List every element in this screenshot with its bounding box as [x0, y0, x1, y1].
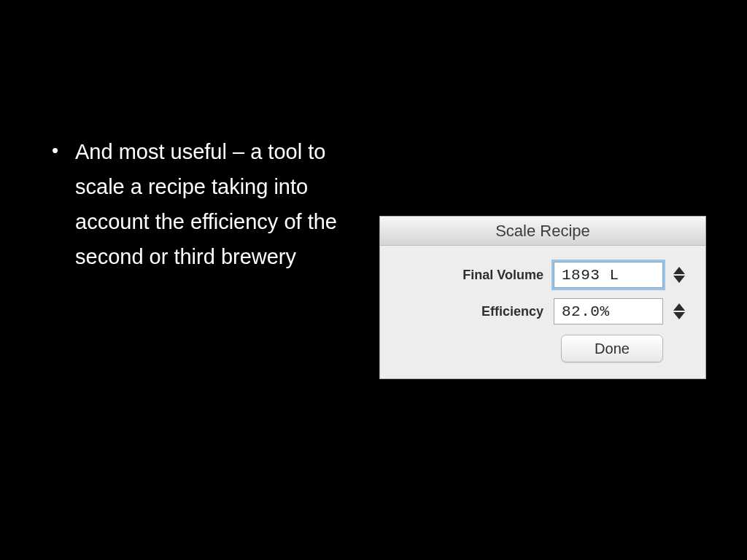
stepper-down-icon — [673, 312, 685, 319]
final-volume-row: Final Volume — [398, 262, 688, 288]
final-volume-stepper[interactable] — [670, 262, 688, 288]
efficiency-input[interactable] — [554, 298, 663, 324]
dialog-body: Final Volume Efficiency Done — [380, 246, 705, 378]
slide-bullet-item: And most useful – a tool to scale a reci… — [47, 135, 376, 274]
efficiency-label: Efficiency — [481, 304, 543, 319]
scale-recipe-dialog: Scale Recipe Final Volume Efficiency Don… — [379, 216, 706, 379]
dialog-title: Scale Recipe — [380, 217, 705, 246]
stepper-up-icon — [673, 267, 685, 274]
efficiency-row: Efficiency — [398, 298, 688, 324]
final-volume-label: Final Volume — [462, 268, 543, 283]
dialog-button-row: Done — [398, 335, 688, 362]
slide-bullet-list: And most useful – a tool to scale a reci… — [47, 135, 376, 274]
done-button[interactable]: Done — [561, 335, 663, 362]
efficiency-stepper[interactable] — [670, 298, 688, 324]
final-volume-input[interactable] — [554, 262, 663, 288]
stepper-down-icon — [673, 276, 685, 283]
stepper-up-icon — [673, 303, 685, 311]
